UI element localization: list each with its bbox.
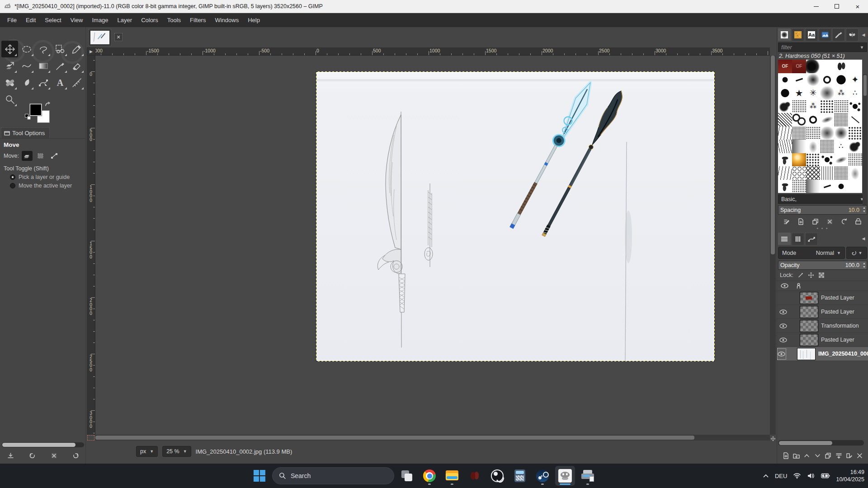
layer-visibility-toggle[interactable] [777,310,789,314]
brush-dotxl[interactable] [834,73,848,87]
dialog-tab-channels[interactable] [792,233,804,245]
taskbar-search[interactable]: Search [272,467,394,484]
brush-spacing-slider[interactable]: Spacing 10.0 ▲▼ [778,205,867,215]
menu-tools[interactable]: Tools [163,14,185,27]
layer-visibility-toggle[interactable] [777,348,786,360]
opacity-spinner[interactable]: ▲▼ [863,262,866,269]
dialog-tab-mypaint-brushes[interactable] [846,28,859,41]
lock-position-icon[interactable] [808,272,814,278]
add-layer-mask-button[interactable] [844,451,854,460]
brush-fiber[interactable] [820,166,834,180]
horizontal-ruler[interactable]: -2000-1500-1000-500050010001500200025003… [95,47,770,56]
brush-bubble[interactable] [792,166,806,180]
dock-collapse-button[interactable]: ◀ [860,236,867,241]
menu-help[interactable]: Help [243,14,264,27]
brush-burst[interactable] [806,86,820,100]
wifi-icon[interactable] [793,473,801,479]
tool-paintbrush[interactable] [52,57,68,74]
brush-spark[interactable] [834,86,848,100]
lock-alpha-icon[interactable] [818,272,825,278]
brush-grid[interactable] [848,127,862,140]
taskbar-app-gimp[interactable] [555,466,575,486]
horizontal-scrollbar[interactable] [95,435,770,441]
brush-speck[interactable] [834,113,848,127]
zoom-select[interactable]: 25 %▼ [162,446,191,457]
layer-mode-switch-button[interactable]: ▼ [846,247,867,259]
swap-colors-icon[interactable] [44,101,52,108]
tool-options-scrollbar[interactable] [2,442,84,447]
image-canvas[interactable] [316,71,715,361]
brush-dash[interactable] [820,180,834,193]
layer-row-2[interactable]: Pasted Layer [777,305,868,319]
tool-unified-transform[interactable] [1,57,18,74]
brush-hatch[interactable] [778,113,792,127]
navigation-button[interactable] [770,435,776,441]
dock-collapse-button[interactable]: ◀ [860,33,867,37]
brush-ring[interactable] [820,73,834,87]
tray-chevron-icon[interactable] [763,474,769,478]
dialog-tab-patterns[interactable] [792,28,804,41]
brush-smoke[interactable] [806,140,820,153]
duplicate-brush-button[interactable] [811,217,821,226]
layers-scrollbar[interactable] [778,440,864,446]
tool-color-picker[interactable] [68,41,85,57]
refresh-brushes-button[interactable] [839,217,849,226]
brush-cell[interactable] [806,166,820,180]
taskbar-app-fax-scan[interactable] [578,466,598,486]
brush-grass[interactable] [778,166,792,180]
brush-dash[interactable] [792,73,806,87]
brush-pepper[interactable] [834,60,848,73]
delete-brush-button[interactable] [825,217,835,226]
brush-red2[interactable] [792,60,806,73]
taskbar-app-steam[interactable] [533,466,552,486]
brush-leaf[interactable] [778,153,792,167]
taskbar-app-obs[interactable] [487,466,507,486]
save-tool-preset-button[interactable] [5,451,15,460]
menu-windows[interactable]: Windows [210,14,243,27]
image-tab[interactable] [89,29,111,46]
menu-filters[interactable]: Filters [185,14,210,27]
brush-leaf[interactable] [778,180,792,193]
menu-edit[interactable]: Edit [21,14,40,27]
image-menu-button[interactable]: ▶ [87,47,95,56]
edit-brush-button[interactable] [782,217,792,226]
layer-visibility-toggle[interactable] [777,324,789,328]
menu-layer[interactable]: Layer [113,14,137,27]
duplicate-layer-button[interactable] [823,451,833,460]
start-button[interactable] [250,466,269,486]
dock-grip[interactable]: • • • [777,227,868,231]
raise-layer-button[interactable] [802,451,812,460]
spacing-spinner[interactable]: ▲▼ [863,206,866,213]
tool-toggle-option-1[interactable]: Pick a layer or guide [10,174,82,180]
language-indicator[interactable]: DEU [775,473,787,479]
brush-smear[interactable] [832,151,850,168]
link-column-icon[interactable] [795,283,802,289]
brush-dotm[interactable] [834,180,848,193]
menu-file[interactable]: File [3,14,21,27]
brush-spark[interactable] [806,100,820,113]
lock-pixels-icon[interactable] [797,272,804,278]
layer-visibility-toggle[interactable] [777,338,789,343]
dialog-tab-tool-presets[interactable] [832,28,845,41]
brush-noise[interactable] [792,180,806,193]
move-selection-button[interactable] [35,151,46,161]
brush-filter-input[interactable]: filter ▼ [778,42,867,52]
brush-grass[interactable] [778,127,792,140]
open-brush-as-image-button[interactable] [854,217,863,226]
lower-layer-button[interactable] [812,451,822,460]
brush-smear[interactable] [818,111,836,128]
layer-mode-select[interactable]: Mode Normal ▼ [778,247,845,259]
dialog-tab-layers[interactable] [778,233,791,245]
move-path-button[interactable] [49,151,60,161]
tool-measure[interactable] [68,74,85,91]
delete-layer-button[interactable] [855,451,865,460]
brush-noise[interactable] [792,100,806,113]
brush-noise[interactable] [806,127,820,140]
brush-red1[interactable] [778,60,792,73]
vertical-scrollbar[interactable] [770,56,776,435]
brush-line[interactable] [848,113,862,127]
layer-row-5[interactable]: IMG_20250410_0002.jpg [777,347,868,361]
taskbar-app-chrome[interactable] [420,466,439,486]
brush-ring[interactable] [806,113,820,127]
canvas-viewport[interactable] [95,56,770,435]
